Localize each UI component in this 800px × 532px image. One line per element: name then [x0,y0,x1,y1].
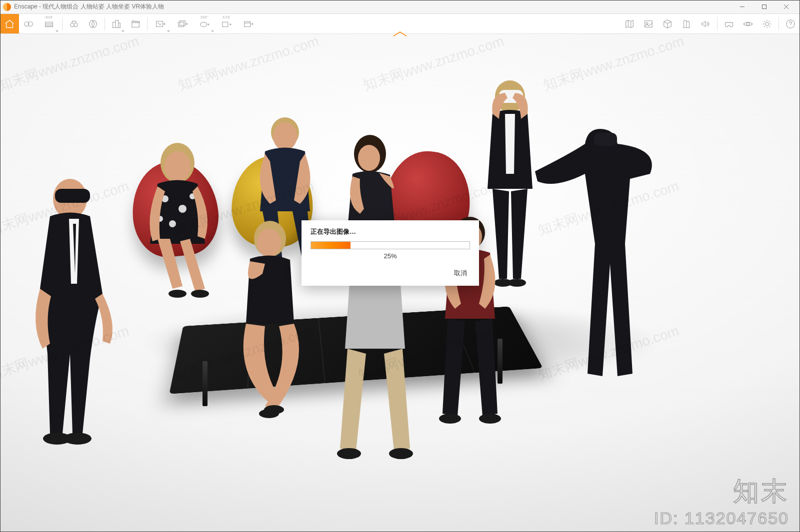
cancel-button[interactable]: 取消 [451,267,470,280]
svg-point-16 [746,22,750,25]
chevron-down-icon [122,30,124,32]
web-export-button[interactable] [238,14,260,33]
sync-icon [23,18,34,29]
svg-point-17 [766,22,768,25]
watermark-brand: 知末 [733,474,789,509]
clapperboard-icon [130,18,141,29]
site-context-button[interactable] [677,14,696,33]
bim-views-icon [44,18,54,29]
site-context-icon [681,18,692,29]
chevron-up-icon [392,30,408,38]
watermark-id: ID: 1132047650 [654,509,789,528]
export-progress-dialog: 正在导出图像… 25% 取消 [302,220,479,286]
mini-map-button[interactable] [620,14,639,33]
svg-point-30 [168,290,186,298]
minimize-button[interactable] [731,0,753,14]
batch-export-button[interactable] [172,14,194,33]
svg-rect-0 [762,5,766,9]
exe-export-icon [221,18,232,29]
svg-point-48 [389,448,413,459]
svg-point-47 [337,448,361,459]
svg-point-35 [358,145,380,171]
asset-library-icon [643,18,654,29]
app-name: Enscape [14,3,38,10]
svg-rect-12 [222,22,228,26]
bim-label: BIM [46,15,52,19]
vr-button[interactable] [720,14,738,33]
watermark: 知末网www.znzmo.com [540,34,686,95]
svg-rect-8 [156,21,163,26]
close-button[interactable] [775,0,797,14]
help-icon [785,18,796,29]
compass-icon [88,18,98,29]
svg-rect-13 [244,21,250,26]
maximize-button[interactable] [753,0,775,14]
screenshot-export-icon [155,18,166,29]
buildings-icon [111,18,122,29]
web-export-icon [243,18,254,29]
collapse-toolbar-handle[interactable] [392,30,408,38]
visual-settings-icon [742,18,754,29]
package-button[interactable] [658,14,677,33]
orbit-mode-button[interactable] [84,14,102,33]
enscape-logo-icon [3,3,11,11]
settings-icon [762,18,772,29]
package-icon [662,18,673,29]
sync-views-button[interactable] [19,14,38,33]
svg-rect-9 [178,22,184,26]
svg-rect-20 [55,189,90,203]
svg-point-33 [273,122,297,150]
scene-person [525,114,675,394]
dialog-title: 正在导出图像… [310,227,470,236]
svg-point-11 [200,22,207,26]
svg-point-31 [191,290,209,298]
watermark: 知末网www.znzmo.com [176,34,321,95]
sound-button[interactable] [696,14,715,33]
svg-point-52 [479,414,501,424]
svg-point-42 [257,229,281,257]
visual-settings-button[interactable] [738,14,758,33]
svg-point-26 [178,205,186,213]
window-title: Enscape - 现代人物组合 人物站姿 人物坐姿 VR体验人物 [14,2,164,11]
mini-map-icon [624,18,635,29]
home-button[interactable] [0,14,19,33]
svg-rect-40 [594,133,617,146]
exe-export-button[interactable]: EXE [216,14,238,33]
svg-point-4 [70,23,74,26]
svg-point-44 [259,409,279,418]
progress-bar [310,241,470,249]
svg-point-24 [164,151,190,181]
chevron-down-icon [211,30,214,32]
exe-label: EXE [222,15,230,19]
titlebar: Enscape - 现代人物组合 人物站姿 人物坐姿 VR体验人物 [0,0,800,14]
video-editor-button[interactable] [126,14,145,33]
svg-point-27 [169,220,176,227]
svg-point-22 [43,433,71,445]
progress-percent-label: 25% [310,252,470,260]
favorite-views-button[interactable] [107,14,126,33]
svg-rect-7 [132,22,140,27]
svg-rect-10 [180,20,186,25]
help-button[interactable] [781,14,800,33]
panorama-export-button[interactable]: 360° [194,14,216,33]
screenshot-export-button[interactable] [150,14,172,33]
sound-icon [700,18,711,29]
home-icon [4,18,15,29]
vr-headset-icon [724,18,734,29]
chevron-down-icon [167,30,170,32]
watermark: 知末网www.znzmo.com [0,34,142,95]
progress-bar-fill [311,242,350,249]
document-title: 现代人物组合 人物站姿 人物坐姿 VR体验人物 [42,3,164,10]
binoculars-icon [68,18,80,29]
svg-point-51 [439,414,461,424]
scene-person [15,169,140,449]
batch-export-icon [177,18,188,29]
walk-mode-button[interactable] [64,14,84,33]
settings-button[interactable] [758,14,776,33]
scene-prop-bench-leg [202,361,208,406]
bim-manage-views-button[interactable]: BIM [38,14,60,33]
asset-library-button[interactable] [639,14,658,33]
pano-label: 360° [200,15,208,19]
panorama-export-icon [199,18,210,29]
chevron-down-icon [56,30,58,32]
